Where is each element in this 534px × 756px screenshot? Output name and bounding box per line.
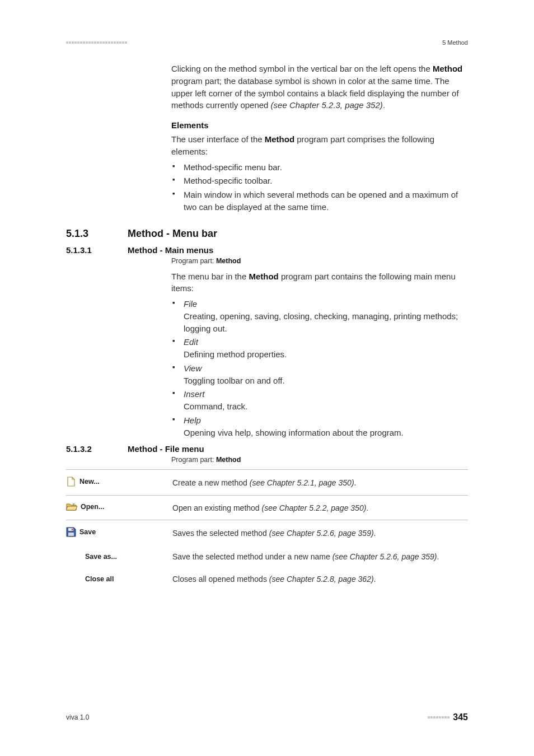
list-item: Main window in which several methods can… xyxy=(184,189,468,213)
table-row: New... Create a new method (see Chapter … xyxy=(66,470,468,496)
program-part-label: Program part: xyxy=(171,257,216,265)
menu-desc: Opening viva help, showing information a… xyxy=(184,427,468,439)
menu-desc: Saves the selected method xyxy=(172,529,269,538)
text-bold: Method xyxy=(265,134,294,144)
heading-number: 5.1.3.1 xyxy=(66,245,128,255)
program-part: Program part: Method xyxy=(171,456,468,464)
table-row: Save as... Save the selected method unde… xyxy=(66,545,468,568)
file-menu-table: New... Create a new method (see Chapter … xyxy=(66,469,468,590)
program-part-value: Method xyxy=(216,456,241,464)
list-item: Edit Defining method properties. xyxy=(184,336,468,361)
menu-item: Save xyxy=(66,527,96,537)
table-row: Open... Open an existing method (see Cha… xyxy=(66,496,468,520)
text-bold: Method xyxy=(249,272,278,281)
heading-number: 5.1.3 xyxy=(66,228,128,240)
list-item: Insert Command, track. xyxy=(184,388,468,413)
table-row: Save Saves the selected method (see Chap… xyxy=(66,520,468,546)
menu-label: New... xyxy=(79,478,100,486)
menu-desc: Creating, opening, saving, closing, chec… xyxy=(184,310,468,335)
svg-rect-2 xyxy=(72,529,73,530)
menu-item: Open... xyxy=(66,502,104,511)
menu-ref: (see Chapter 5.2.6, page 359) xyxy=(332,552,437,561)
menu-desc: Closes all opened methods xyxy=(172,575,269,584)
text: The menu bar in the xyxy=(171,272,249,281)
menu-desc: Defining method properties. xyxy=(184,348,468,361)
menu-ref: (see Chapter 5.2.2, page 350) xyxy=(262,503,367,512)
menu-name: Help xyxy=(184,416,201,425)
menu-desc: Create a new method xyxy=(172,478,250,487)
text-bold: Method xyxy=(433,64,462,73)
menu-name: Insert xyxy=(184,389,205,399)
heading-5-1-3-2: 5.1.3.2 Method - File menu xyxy=(66,444,468,454)
menu-ref: (see Chapter 5.2.6, page 359) xyxy=(269,529,374,538)
heading-title: Method - File menu xyxy=(128,444,204,454)
page-number: 345 xyxy=(453,712,468,722)
program-part-value: Method xyxy=(216,257,241,265)
heading-title: Method - Menu bar xyxy=(128,228,217,240)
list-item: File Creating, opening, saving, closing,… xyxy=(184,298,468,334)
header-chapter: 5 Method xyxy=(442,39,468,46)
text: The user interface of the xyxy=(171,134,265,144)
header-decoration xyxy=(66,41,127,44)
page-footer: viva 1.0 345 xyxy=(66,712,468,722)
svg-rect-1 xyxy=(68,533,74,536)
heading-number: 5.1.3.2 xyxy=(66,444,128,454)
page: 5 Method Clicking on the method symbol i… xyxy=(0,0,534,756)
list-item: Method-specific toolbar. xyxy=(184,175,468,187)
menu-label: Close all xyxy=(66,575,114,583)
menu-label: Save xyxy=(79,528,96,536)
footer-right: 345 xyxy=(428,712,468,722)
text: Clicking on the method symbol in the ver… xyxy=(171,64,433,73)
text: . xyxy=(374,575,376,584)
list-item: View Toggling toolbar on and off. xyxy=(184,362,468,387)
elements-list: Method-specific menu bar. Method-specifi… xyxy=(171,161,468,213)
elements-heading: Elements xyxy=(171,120,468,130)
list-item: Method-specific menu bar. xyxy=(184,161,468,174)
menu-item: New... xyxy=(66,477,100,487)
menu-desc: Toggling toolbar on and off. xyxy=(184,375,468,387)
program-part: Program part: Method xyxy=(171,257,468,265)
menu-ref: (see Chapter 5.2.8, page 362) xyxy=(269,575,374,584)
text: . xyxy=(374,529,376,538)
text: . xyxy=(437,552,439,561)
footer-left: viva 1.0 xyxy=(66,713,89,721)
heading-title: Method - Main menus xyxy=(128,245,213,255)
footer-decoration xyxy=(428,716,449,718)
new-file-icon xyxy=(66,477,76,487)
menu-name: File xyxy=(184,299,197,309)
menu-desc: Open an existing method xyxy=(172,503,262,512)
open-folder-icon xyxy=(66,502,77,511)
menu-desc: Save the selected method under a new nam… xyxy=(172,552,332,561)
menu-name: View xyxy=(184,363,202,373)
text: . xyxy=(366,503,368,512)
menu-ref: (see Chapter 5.2.1, page 350) xyxy=(250,478,354,487)
table-row: Close all Closes all opened methods (see… xyxy=(66,568,468,590)
list-item: Help Opening viva help, showing informat… xyxy=(184,414,468,439)
program-part-label: Program part: xyxy=(171,456,216,464)
intro-paragraph: Clicking on the method symbol in the ver… xyxy=(171,63,468,213)
save-disk-icon xyxy=(66,527,76,537)
main-menus-list: File Creating, opening, saving, closing,… xyxy=(171,298,468,438)
main-menus-block: The menu bar in the Method program part … xyxy=(171,270,468,439)
text-italic: (see Chapter 5.2.3, page 352) xyxy=(271,100,383,110)
menu-label: Open... xyxy=(81,503,104,511)
menu-desc: Command, track. xyxy=(184,400,468,413)
menu-label: Save as... xyxy=(66,553,117,561)
text: . xyxy=(383,100,385,110)
menu-name: Edit xyxy=(184,337,198,347)
page-header: 5 Method xyxy=(66,39,468,46)
heading-5-1-3: 5.1.3 Method - Menu bar xyxy=(66,228,468,240)
text: . xyxy=(354,478,357,487)
heading-5-1-3-1: 5.1.3.1 Method - Main menus xyxy=(66,245,468,255)
